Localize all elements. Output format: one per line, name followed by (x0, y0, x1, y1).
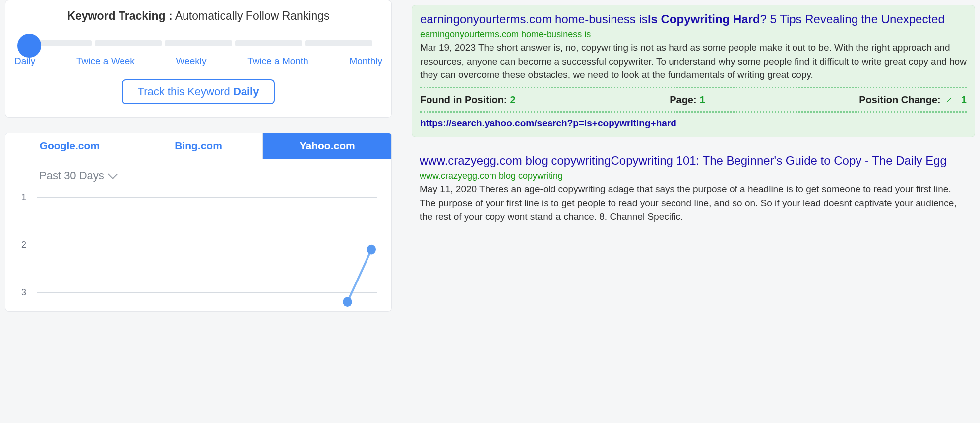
arrow-up-icon: → (940, 91, 957, 108)
slider-track (24, 40, 372, 47)
meta-value: 1 (961, 94, 967, 105)
result-description: May 11, 2020 Theres an age-old copywriti… (420, 182, 967, 223)
meta-value: 2 (510, 94, 516, 105)
meta-label: Found in Position: (420, 94, 507, 105)
slider-thumb[interactable] (17, 34, 41, 58)
tab-google[interactable]: Google.com (5, 133, 134, 159)
result-url[interactable]: https://search.yahoo.com/search?p=is+cop… (420, 118, 967, 129)
search-result: www.crazyegg.com blog copywritingCopywri… (412, 147, 975, 231)
result-title[interactable]: www.crazyegg.com blog copywritingCopywri… (420, 153, 967, 169)
result-title[interactable]: earningonyourterms.com home-business isI… (420, 11, 967, 27)
result-site: www.crazyegg.com blog copywriting (420, 171, 967, 181)
y-tick: 2 (21, 240, 26, 250)
meta-label: Page: (670, 94, 696, 105)
divider (420, 111, 967, 113)
slider-option[interactable]: Daily (14, 56, 35, 67)
time-range-label: Past 30 Days (39, 169, 104, 182)
tracking-title-rest: Automatically Follow Rankings (173, 9, 330, 22)
slider-option[interactable]: Twice a Week (76, 56, 135, 67)
slider-option[interactable]: Twice a Month (247, 56, 308, 67)
result-meta: Found in Position:2 Page:1 Position Chan… (420, 93, 967, 106)
time-range-select[interactable]: Past 30 Days (39, 169, 116, 182)
svg-point-1 (343, 297, 352, 307)
slider-option[interactable]: Monthly (349, 56, 382, 67)
y-tick: 1 (21, 192, 26, 203)
frequency-slider[interactable] (22, 40, 374, 47)
engine-tabs: Google.com Bing.com Yahoo.com (5, 133, 392, 159)
track-button-freq: Daily (233, 85, 259, 98)
svg-point-2 (367, 245, 376, 255)
y-tick: 3 (21, 287, 26, 298)
tracking-title: Keyword Tracking : Automatically Follow … (17, 9, 379, 23)
chart-card: Past 30 Days 1 2 3 (5, 159, 392, 312)
divider (420, 87, 967, 88)
ranking-chart: 1 2 3 (19, 197, 377, 306)
meta-label: Position Change: (859, 94, 940, 105)
tracking-title-bold: Keyword Tracking : (67, 9, 172, 22)
track-button-prefix: Track this Keyword (138, 85, 233, 98)
track-keyword-button[interactable]: Track this Keyword Daily (122, 79, 275, 104)
search-result: earningonyourterms.com home-business isI… (412, 5, 975, 137)
tab-bing[interactable]: Bing.com (134, 133, 263, 159)
chart-svg (37, 197, 377, 306)
svg-line-0 (347, 250, 371, 302)
meta-value: 1 (700, 94, 705, 105)
slider-option[interactable]: Weekly (176, 56, 207, 67)
result-site: earningonyourterms.com home-business is (420, 29, 967, 40)
result-description: Mar 19, 2023 The short answer is, no, co… (420, 41, 967, 82)
chevron-down-icon (108, 169, 118, 179)
tab-yahoo[interactable]: Yahoo.com (263, 133, 391, 159)
tracking-card: Keyword Tracking : Automatically Follow … (5, 0, 392, 118)
slider-labels: Daily Twice a Week Weekly Twice a Month … (14, 56, 382, 67)
